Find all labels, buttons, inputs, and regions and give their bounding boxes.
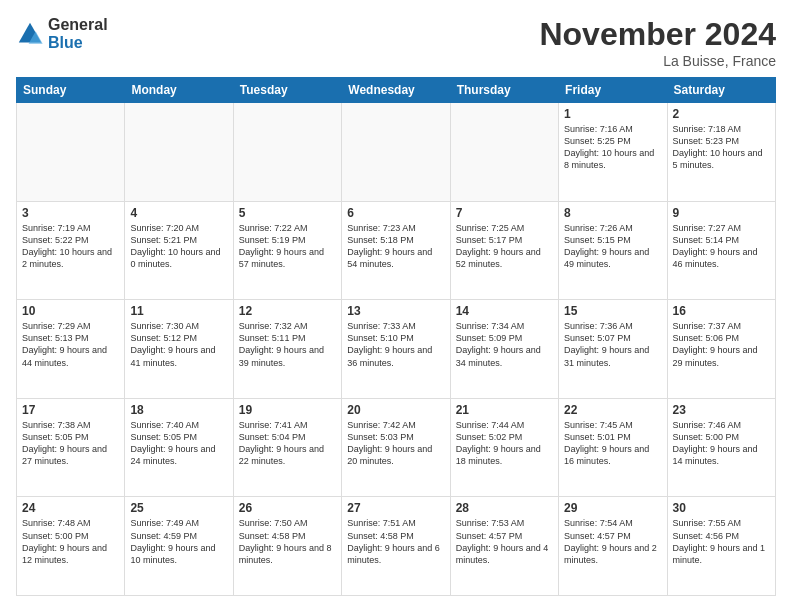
day-info: Sunrise: 7:33 AM Sunset: 5:10 PM Dayligh… — [347, 320, 444, 369]
calendar-cell: 6Sunrise: 7:23 AM Sunset: 5:18 PM Daylig… — [342, 201, 450, 300]
calendar-header-row: SundayMondayTuesdayWednesdayThursdayFrid… — [17, 78, 776, 103]
day-number: 23 — [673, 403, 770, 417]
day-info: Sunrise: 7:22 AM Sunset: 5:19 PM Dayligh… — [239, 222, 336, 271]
day-info: Sunrise: 7:48 AM Sunset: 5:00 PM Dayligh… — [22, 517, 119, 566]
day-info: Sunrise: 7:18 AM Sunset: 5:23 PM Dayligh… — [673, 123, 770, 172]
day-number: 4 — [130, 206, 227, 220]
day-number: 11 — [130, 304, 227, 318]
day-info: Sunrise: 7:50 AM Sunset: 4:58 PM Dayligh… — [239, 517, 336, 566]
calendar-cell: 22Sunrise: 7:45 AM Sunset: 5:01 PM Dayli… — [559, 398, 667, 497]
day-number: 24 — [22, 501, 119, 515]
calendar-cell: 9Sunrise: 7:27 AM Sunset: 5:14 PM Daylig… — [667, 201, 775, 300]
day-number: 3 — [22, 206, 119, 220]
calendar-cell: 15Sunrise: 7:36 AM Sunset: 5:07 PM Dayli… — [559, 300, 667, 399]
weekday-header: Saturday — [667, 78, 775, 103]
month-title: November 2024 — [539, 16, 776, 53]
calendar-table: SundayMondayTuesdayWednesdayThursdayFrid… — [16, 77, 776, 596]
weekday-header: Friday — [559, 78, 667, 103]
day-info: Sunrise: 7:20 AM Sunset: 5:21 PM Dayligh… — [130, 222, 227, 271]
calendar-week-row: 1Sunrise: 7:16 AM Sunset: 5:25 PM Daylig… — [17, 103, 776, 202]
day-info: Sunrise: 7:44 AM Sunset: 5:02 PM Dayligh… — [456, 419, 553, 468]
weekday-header: Wednesday — [342, 78, 450, 103]
day-info: Sunrise: 7:19 AM Sunset: 5:22 PM Dayligh… — [22, 222, 119, 271]
calendar-cell: 28Sunrise: 7:53 AM Sunset: 4:57 PM Dayli… — [450, 497, 558, 596]
calendar-cell: 12Sunrise: 7:32 AM Sunset: 5:11 PM Dayli… — [233, 300, 341, 399]
weekday-header: Monday — [125, 78, 233, 103]
calendar-cell: 2Sunrise: 7:18 AM Sunset: 5:23 PM Daylig… — [667, 103, 775, 202]
calendar-cell: 19Sunrise: 7:41 AM Sunset: 5:04 PM Dayli… — [233, 398, 341, 497]
day-number: 8 — [564, 206, 661, 220]
calendar-week-row: 24Sunrise: 7:48 AM Sunset: 5:00 PM Dayli… — [17, 497, 776, 596]
calendar-cell: 13Sunrise: 7:33 AM Sunset: 5:10 PM Dayli… — [342, 300, 450, 399]
day-number: 10 — [22, 304, 119, 318]
day-info: Sunrise: 7:45 AM Sunset: 5:01 PM Dayligh… — [564, 419, 661, 468]
day-number: 12 — [239, 304, 336, 318]
day-number: 29 — [564, 501, 661, 515]
calendar-cell: 26Sunrise: 7:50 AM Sunset: 4:58 PM Dayli… — [233, 497, 341, 596]
calendar-cell: 8Sunrise: 7:26 AM Sunset: 5:15 PM Daylig… — [559, 201, 667, 300]
logo: General Blue — [16, 16, 108, 51]
calendar-cell: 10Sunrise: 7:29 AM Sunset: 5:13 PM Dayli… — [17, 300, 125, 399]
day-number: 5 — [239, 206, 336, 220]
calendar-cell — [233, 103, 341, 202]
day-number: 14 — [456, 304, 553, 318]
day-info: Sunrise: 7:23 AM Sunset: 5:18 PM Dayligh… — [347, 222, 444, 271]
calendar-cell: 17Sunrise: 7:38 AM Sunset: 5:05 PM Dayli… — [17, 398, 125, 497]
day-info: Sunrise: 7:55 AM Sunset: 4:56 PM Dayligh… — [673, 517, 770, 566]
day-info: Sunrise: 7:46 AM Sunset: 5:00 PM Dayligh… — [673, 419, 770, 468]
day-number: 13 — [347, 304, 444, 318]
day-info: Sunrise: 7:26 AM Sunset: 5:15 PM Dayligh… — [564, 222, 661, 271]
calendar-cell: 18Sunrise: 7:40 AM Sunset: 5:05 PM Dayli… — [125, 398, 233, 497]
day-number: 19 — [239, 403, 336, 417]
day-info: Sunrise: 7:29 AM Sunset: 5:13 PM Dayligh… — [22, 320, 119, 369]
day-info: Sunrise: 7:27 AM Sunset: 5:14 PM Dayligh… — [673, 222, 770, 271]
weekday-header: Sunday — [17, 78, 125, 103]
day-number: 28 — [456, 501, 553, 515]
day-info: Sunrise: 7:16 AM Sunset: 5:25 PM Dayligh… — [564, 123, 661, 172]
header: General Blue November 2024 La Buisse, Fr… — [16, 16, 776, 69]
day-info: Sunrise: 7:30 AM Sunset: 5:12 PM Dayligh… — [130, 320, 227, 369]
calendar-cell — [342, 103, 450, 202]
day-info: Sunrise: 7:34 AM Sunset: 5:09 PM Dayligh… — [456, 320, 553, 369]
calendar-cell: 30Sunrise: 7:55 AM Sunset: 4:56 PM Dayli… — [667, 497, 775, 596]
day-number: 25 — [130, 501, 227, 515]
calendar-cell: 1Sunrise: 7:16 AM Sunset: 5:25 PM Daylig… — [559, 103, 667, 202]
calendar-cell — [125, 103, 233, 202]
day-number: 16 — [673, 304, 770, 318]
calendar-cell — [17, 103, 125, 202]
day-number: 1 — [564, 107, 661, 121]
day-number: 6 — [347, 206, 444, 220]
day-info: Sunrise: 7:51 AM Sunset: 4:58 PM Dayligh… — [347, 517, 444, 566]
page: General Blue November 2024 La Buisse, Fr… — [0, 0, 792, 612]
calendar-cell: 4Sunrise: 7:20 AM Sunset: 5:21 PM Daylig… — [125, 201, 233, 300]
day-info: Sunrise: 7:54 AM Sunset: 4:57 PM Dayligh… — [564, 517, 661, 566]
weekday-header: Thursday — [450, 78, 558, 103]
day-number: 17 — [22, 403, 119, 417]
day-number: 27 — [347, 501, 444, 515]
calendar-cell: 11Sunrise: 7:30 AM Sunset: 5:12 PM Dayli… — [125, 300, 233, 399]
day-info: Sunrise: 7:40 AM Sunset: 5:05 PM Dayligh… — [130, 419, 227, 468]
calendar-cell: 29Sunrise: 7:54 AM Sunset: 4:57 PM Dayli… — [559, 497, 667, 596]
calendar-cell: 7Sunrise: 7:25 AM Sunset: 5:17 PM Daylig… — [450, 201, 558, 300]
day-number: 2 — [673, 107, 770, 121]
day-number: 22 — [564, 403, 661, 417]
weekday-header: Tuesday — [233, 78, 341, 103]
day-info: Sunrise: 7:36 AM Sunset: 5:07 PM Dayligh… — [564, 320, 661, 369]
calendar-week-row: 3Sunrise: 7:19 AM Sunset: 5:22 PM Daylig… — [17, 201, 776, 300]
day-number: 15 — [564, 304, 661, 318]
day-info: Sunrise: 7:32 AM Sunset: 5:11 PM Dayligh… — [239, 320, 336, 369]
title-block: November 2024 La Buisse, France — [539, 16, 776, 69]
calendar-cell: 3Sunrise: 7:19 AM Sunset: 5:22 PM Daylig… — [17, 201, 125, 300]
calendar-cell — [450, 103, 558, 202]
location: La Buisse, France — [539, 53, 776, 69]
day-number: 7 — [456, 206, 553, 220]
day-info: Sunrise: 7:42 AM Sunset: 5:03 PM Dayligh… — [347, 419, 444, 468]
day-number: 26 — [239, 501, 336, 515]
logo-text: General Blue — [48, 16, 108, 51]
day-number: 20 — [347, 403, 444, 417]
day-info: Sunrise: 7:41 AM Sunset: 5:04 PM Dayligh… — [239, 419, 336, 468]
logo-icon — [16, 20, 44, 48]
calendar-cell: 24Sunrise: 7:48 AM Sunset: 5:00 PM Dayli… — [17, 497, 125, 596]
calendar-cell: 27Sunrise: 7:51 AM Sunset: 4:58 PM Dayli… — [342, 497, 450, 596]
calendar-cell: 16Sunrise: 7:37 AM Sunset: 5:06 PM Dayli… — [667, 300, 775, 399]
